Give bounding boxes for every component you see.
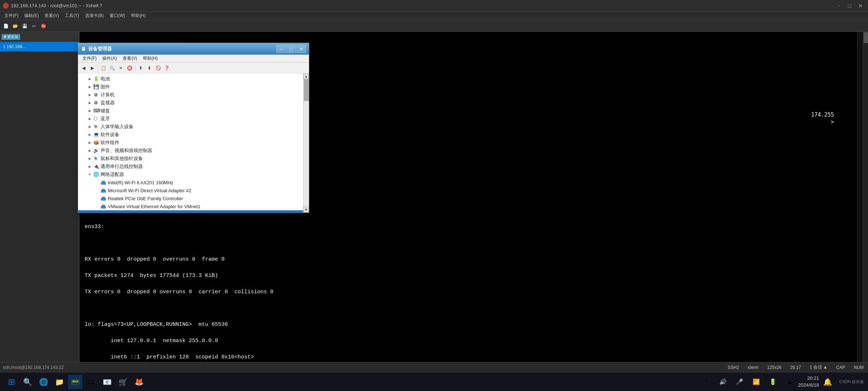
expand-icon[interactable]: ▶ (87, 100, 93, 106)
scroll-track[interactable] (303, 79, 309, 207)
toolbar-save[interactable]: 💾 (20, 22, 29, 30)
taskbar-mail[interactable]: 📧 (100, 375, 114, 389)
tree-item-monitor[interactable]: ▶ 🖥 监视器 (78, 99, 303, 107)
dialog-menu-action[interactable]: 操作(A) (99, 55, 120, 62)
expand-icon[interactable]: ▶ (87, 108, 93, 114)
dialog-menu-view[interactable]: 查看(V) (120, 55, 140, 62)
device-tree[interactable]: ▶ 🔋 电池 ▶ 💾 固件 ▶ 🖥 计算机 ▶ (78, 73, 303, 213)
toolbar-new-session[interactable]: 📄 (1, 22, 10, 30)
menu-help[interactable]: 帮助(H) (128, 12, 149, 20)
toolbar-reconnect[interactable]: ↩ (30, 22, 38, 30)
tree-item-keyboard[interactable]: ▶ ⌨ 键盘 (78, 107, 303, 115)
taskbar-search[interactable]: 🔍 (20, 375, 35, 389)
add-session-button[interactable]: ▶更添加 (1, 34, 20, 40)
taskbar-explorer[interactable]: 📁 (52, 375, 67, 389)
start-button[interactable]: ⊞ (4, 375, 19, 389)
menu-view[interactable]: 查看(V) (42, 12, 62, 20)
expand-icon[interactable]: ▶ (87, 164, 93, 169)
terminal-scrollbar[interactable] (857, 32, 863, 362)
tree-item-firmware[interactable]: ▶ 💾 固件 (78, 83, 303, 91)
tray-onedrive[interactable]: ☁ (782, 375, 797, 389)
dialog-minimize-button[interactable]: ─ (276, 45, 286, 53)
tree-item-battery[interactable]: ▶ 🔋 电池 (78, 75, 303, 83)
menu-file[interactable]: 文件(F) (1, 12, 21, 20)
tray-expand[interactable]: ^ (699, 375, 714, 389)
scroll-up-button[interactable]: ▲ (303, 73, 309, 79)
status-bar: ssh://root@192.168.174.143:22 SSH2 xterm… (0, 362, 868, 372)
tree-item-vmware-vmnet8[interactable]: VMware Virtual Ethernet Adapter for VMne… (78, 210, 303, 213)
tree-label: 监视器 (101, 100, 115, 106)
expand-icon[interactable]: ▶ (87, 92, 93, 98)
expand-icon[interactable]: ▶ (87, 116, 93, 122)
scroll-thumb[interactable] (304, 79, 309, 101)
tree-item-mouse[interactable]: ▶ 🖱 鼠标和其他指针设备 (78, 155, 303, 163)
tree-item-com[interactable]: ▶ 🔌 通用串行总线控制器 (78, 163, 303, 171)
tree-item-realtek[interactable]: Realtek PCIe GbE Family Controller (78, 194, 303, 202)
tree-item-vmware-vmnet1[interactable]: VMware Virtual Ethernet Adapter for VMne… (78, 202, 303, 210)
expand-icon[interactable]: ▶ (87, 148, 93, 154)
expand-icon[interactable]: ▶ (87, 140, 93, 146)
dialog-properties-button[interactable]: 📋 (99, 64, 107, 72)
tray-speaker[interactable]: 🔊 (716, 375, 730, 389)
dialog-remove-button[interactable]: ✕ (117, 64, 125, 72)
dialog-close-button[interactable]: ✕ (297, 45, 306, 53)
taskbar-store[interactable]: 🛒 (116, 375, 130, 389)
tree-item-hid[interactable]: ▶ 🖱 人体学输入设备 (78, 123, 303, 131)
tree-item-network[interactable]: ▼ 🌐 网络适配器 (78, 171, 303, 178)
tree-label: 电池 (101, 76, 110, 82)
svg-rect-3 (102, 189, 105, 190)
taskbar-firefox[interactable]: 🦊 (132, 375, 146, 389)
dialog-toolbar: ◀ ▶ 📋 🔍 ✕ ⭕ ⬆ ⬇ 🚫 ❓ (78, 63, 309, 73)
tree-label: 计算机 (101, 92, 115, 98)
dialog-title-text: 设备管理器 (88, 46, 276, 52)
taskbar-files[interactable]: 🗂 (84, 375, 98, 389)
dialog-help-button[interactable]: ❓ (163, 64, 171, 72)
tree-item-computer[interactable]: ▶ 🖥 计算机 (78, 91, 303, 99)
dialog-uninstall-button[interactable]: ⭕ (125, 64, 133, 72)
tree-label: 软件组件 (101, 139, 119, 146)
maximize-button[interactable]: □ (845, 2, 854, 10)
dialog-forward-button[interactable]: ▶ (88, 64, 96, 72)
tree-item-intel-wifi[interactable]: Intel(R) Wi-Fi 6 AX201 160MHz (78, 178, 303, 186)
dialog-menu-file[interactable]: 文件(F) (80, 55, 99, 62)
expand-icon[interactable]: ▶ (87, 156, 93, 161)
tree-item-bluetooth[interactable]: ▶ ⬡ 蓝牙 (78, 115, 303, 123)
tree-item-sound[interactable]: ▶ 🔊 声音、视频和游戏控制器 (78, 147, 303, 155)
main-scrollbar[interactable] (863, 32, 868, 362)
battery-icon: 🔋 (93, 76, 99, 82)
notification-button[interactable]: 🔔 (821, 375, 835, 389)
minimize-button[interactable]: － (834, 2, 843, 10)
taskbar-edge[interactable]: 🌐 (36, 375, 51, 389)
dialog-scrollbar[interactable]: ▲ ▼ (303, 73, 309, 213)
dialog-maximize-button[interactable]: □ (286, 45, 296, 53)
expand-icon[interactable]: ▶ (87, 132, 93, 138)
tree-item-software-comp[interactable]: ▶ 📦 软件组件 (78, 139, 303, 147)
toolbar-disconnect[interactable]: ⛔ (39, 22, 48, 30)
menu-tools[interactable]: 工具(T) (62, 12, 82, 20)
dialog-rollback-button[interactable]: ⬇ (145, 64, 153, 72)
expand-icon[interactable]: ▶ (87, 124, 93, 130)
menu-tab[interactable]: 选项卡(B) (82, 12, 107, 20)
tray-mic[interactable]: 🎤 (732, 375, 747, 389)
dialog-update-button[interactable]: ⬆ (137, 64, 145, 72)
close-button[interactable]: ✕ (856, 2, 865, 10)
menu-window[interactable]: 窗口(W) (107, 12, 128, 20)
expand-icon[interactable]: ▶ (87, 84, 93, 90)
toolbar-separator-2 (135, 64, 135, 72)
toolbar-open[interactable]: 📂 (11, 22, 20, 30)
tree-item-software-dev[interactable]: ▶ 💻 软件设备 (78, 131, 303, 139)
tray-network[interactable]: 📶 (749, 375, 763, 389)
dialog-menu-help[interactable]: 帮助(H) (140, 55, 161, 62)
dialog-disable-button[interactable]: 🚫 (154, 64, 162, 72)
expand-icon[interactable]: ▼ (87, 172, 93, 177)
dialog-scan-button[interactable]: 🔍 (108, 64, 116, 72)
taskbar-clock[interactable]: 20:21 2024/6/18 (798, 375, 819, 388)
dialog-back-button[interactable]: ◀ (80, 64, 88, 72)
tray-battery[interactable]: 🔋 (766, 375, 780, 389)
taskbar-terminal[interactable]: 📟 (68, 375, 82, 389)
scroll-down-button[interactable]: ▼ (303, 207, 309, 213)
tree-item-ms-wifi-direct[interactable]: Microsoft Wi-Fi Direct Virtual Adapter #… (78, 186, 303, 194)
expand-icon[interactable]: ▶ (87, 76, 93, 82)
session-item-active[interactable]: 1 192.168... (0, 42, 79, 51)
menu-edit[interactable]: 编辑(E) (21, 12, 42, 20)
